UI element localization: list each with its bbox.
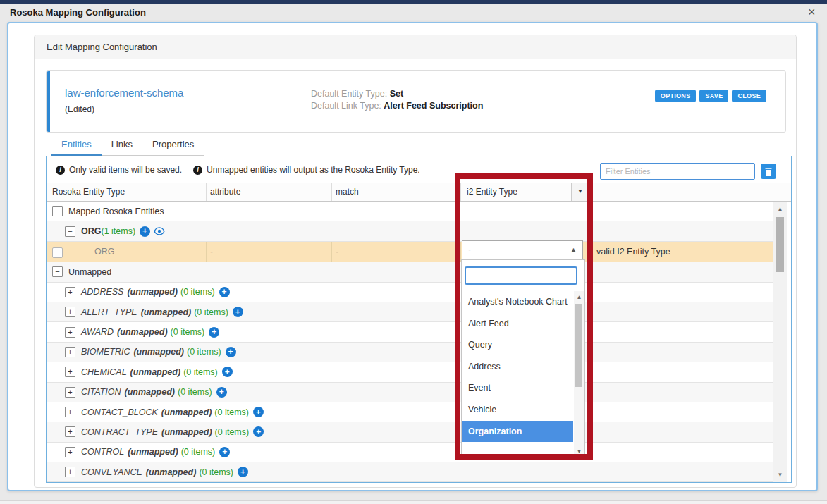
unmapped-status: (unmapped): [130, 367, 181, 377]
table-row[interactable]: + CITATION (unmapped) (0 items) +: [47, 383, 773, 402]
entity-name: ORG: [81, 226, 101, 236]
scroll-down-icon[interactable]: ▼: [574, 448, 584, 455]
add-mapping-icon[interactable]: +: [209, 327, 219, 338]
dropdown-option[interactable]: Vehicle: [462, 399, 573, 421]
tab-links[interactable]: Links: [102, 135, 142, 155]
tab-entities[interactable]: Entities: [51, 135, 102, 156]
dropdown-option[interactable]: Query: [462, 334, 573, 356]
schema-name: law-enforcement-schema: [65, 87, 183, 99]
column-divider: [206, 183, 207, 201]
expand-icon[interactable]: +: [65, 467, 75, 477]
entity-name: CONTROL: [81, 447, 124, 457]
add-mapping-icon[interactable]: +: [253, 426, 264, 437]
table-row[interactable]: + CONTRACT_TYPE (unmapped) (0 items) +: [47, 422, 773, 442]
dropdown-option[interactable]: Alert Feed: [462, 313, 573, 335]
expand-icon[interactable]: +: [65, 287, 75, 297]
collapse-icon[interactable]: −: [52, 206, 63, 216]
table-scrollbar[interactable]: ▲ ▼: [773, 202, 787, 482]
close-icon[interactable]: ×: [808, 5, 816, 19]
filter-entities-input[interactable]: [600, 163, 755, 180]
unmapped-status: (unmapped): [117, 327, 168, 337]
unmapped-status: (unmapped): [128, 447, 178, 457]
window-title: Rosoka Mapping Configuration: [10, 7, 146, 18]
expand-icon[interactable]: +: [65, 407, 75, 417]
save-button[interactable]: SAVE: [699, 90, 728, 102]
select-value: -: [468, 241, 471, 259]
expand-icon[interactable]: +: [65, 426, 75, 437]
schema-summary: law-enforcement-schema (Edited) Default …: [46, 70, 786, 133]
dropdown-option-selected[interactable]: Organization: [462, 421, 573, 443]
entity-name: BIOMETRIC: [81, 347, 130, 357]
dropdown-option[interactable]: Event: [462, 377, 573, 399]
tab-bar: Entities Links Properties: [51, 135, 204, 156]
dropdown-search-input[interactable]: [465, 266, 577, 285]
entity-name: CONTACT_BLOCK: [81, 407, 158, 417]
table-row[interactable]: + ADDRESS (unmapped) (0 items) +: [47, 283, 773, 302]
dropdown-option[interactable]: Analyst's Notebook Chart: [462, 291, 573, 313]
notice-valid-items: i Only valid items will be saved.: [56, 165, 182, 175]
scroll-up-icon[interactable]: ▲: [574, 294, 584, 300]
column-divider: [460, 183, 461, 201]
scrollbar-thumb[interactable]: [776, 217, 784, 272]
item-count: (0 items): [199, 467, 233, 477]
expand-icon[interactable]: +: [65, 347, 75, 357]
scroll-down-icon[interactable]: ▼: [773, 472, 787, 478]
table-row[interactable]: + CHEMICAL (unmapped) (0 items) +: [47, 362, 773, 382]
info-icon: i: [56, 166, 65, 175]
column-match: match: [336, 183, 359, 201]
entity-name: CITATION: [81, 387, 121, 397]
expand-icon[interactable]: +: [65, 307, 75, 317]
i2-entity-type-dropdown: Analyst's Notebook Chart Alert Feed Quer…: [461, 259, 585, 458]
expand-icon[interactable]: +: [65, 447, 75, 457]
entity-row-org[interactable]: ORG - - valid I2 Entity Type: [47, 242, 773, 262]
cell-match: -: [336, 242, 338, 262]
table-row[interactable]: + BIOMETRIC (unmapped) (0 items) +: [47, 343, 773, 362]
scroll-up-icon[interactable]: ▲: [773, 206, 787, 212]
dropdown-option[interactable]: Address: [462, 356, 573, 378]
add-mapping-icon[interactable]: +: [233, 307, 243, 317]
add-mapping-icon[interactable]: +: [140, 226, 150, 237]
expand-icon[interactable]: +: [65, 367, 75, 377]
unmapped-status: (unmapped): [146, 467, 197, 477]
options-button[interactable]: OPTIONS: [655, 90, 697, 102]
card-title: Edit Mapping Configuration: [35, 35, 796, 59]
item-count: (1 items): [101, 226, 135, 236]
add-mapping-icon[interactable]: +: [253, 407, 264, 417]
add-mapping-icon[interactable]: +: [238, 467, 248, 477]
table-row[interactable]: + AWARD (unmapped) (0 items) +: [47, 322, 773, 342]
row-checkbox[interactable]: [52, 247, 63, 258]
group-row-org[interactable]: − ORG(1 items) +: [47, 221, 773, 241]
column-rosoka-entity-type: Rosoka Entity Type: [52, 183, 125, 201]
add-mapping-icon[interactable]: +: [219, 447, 230, 457]
unmapped-status: (unmapped): [133, 347, 184, 357]
add-mapping-icon[interactable]: +: [226, 347, 236, 357]
group-row-mapped[interactable]: − Mapped Rosoka Entities: [47, 202, 773, 221]
add-mapping-icon[interactable]: +: [216, 387, 227, 398]
table-row[interactable]: + CONTROL (unmapped) (0 items) +: [47, 443, 773, 462]
scrollbar-thumb[interactable]: [575, 304, 582, 387]
clear-filter-button[interactable]: [761, 164, 776, 179]
screen: Rosoka Mapping Configuration × Edit Mapp…: [0, 0, 827, 504]
column-divider: [206, 242, 207, 262]
add-mapping-icon[interactable]: +: [219, 287, 230, 297]
expand-icon[interactable]: +: [65, 387, 75, 398]
table-row[interactable]: + CONTACT_BLOCK (unmapped) (0 items) +: [47, 402, 773, 422]
item-count: (0 items): [178, 387, 212, 397]
close-button[interactable]: CLOSE: [732, 90, 766, 102]
add-mapping-icon[interactable]: +: [222, 367, 233, 377]
table-row[interactable]: + CONVEYANCE (unmapped) (0 items) +: [47, 462, 773, 482]
notice-text: Only valid items will be saved.: [69, 165, 182, 175]
trash-icon: [764, 167, 773, 176]
expand-icon[interactable]: +: [65, 327, 75, 338]
eye-icon[interactable]: [154, 227, 165, 235]
i2-column-dropdown-button[interactable]: ▼: [571, 183, 589, 201]
collapse-icon[interactable]: −: [65, 226, 75, 237]
tab-properties[interactable]: Properties: [142, 135, 204, 155]
mapping-configuration-dialog: Edit Mapping Configuration law-enforceme…: [7, 22, 818, 491]
item-count: (0 items): [181, 447, 216, 457]
collapse-icon[interactable]: −: [52, 266, 63, 277]
dropdown-scrollbar[interactable]: ▲ ▼: [574, 291, 584, 457]
table-row[interactable]: + ALERT_TYPE (unmapped) (0 items) +: [47, 302, 773, 322]
i2-entity-type-select[interactable]: - ▲: [462, 240, 583, 259]
group-row-unmapped[interactable]: − Unmapped: [47, 262, 773, 282]
